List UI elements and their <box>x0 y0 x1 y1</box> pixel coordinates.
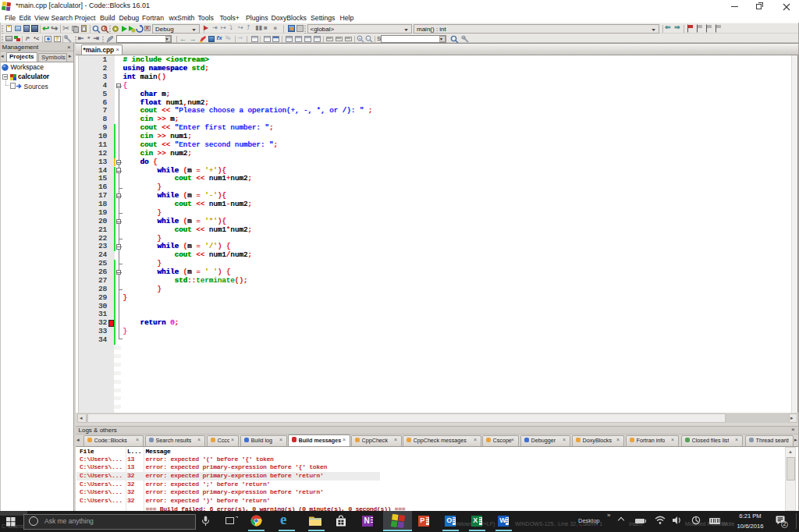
svg-text:+: + <box>359 36 361 41</box>
svg-text:-: - <box>368 36 369 41</box>
